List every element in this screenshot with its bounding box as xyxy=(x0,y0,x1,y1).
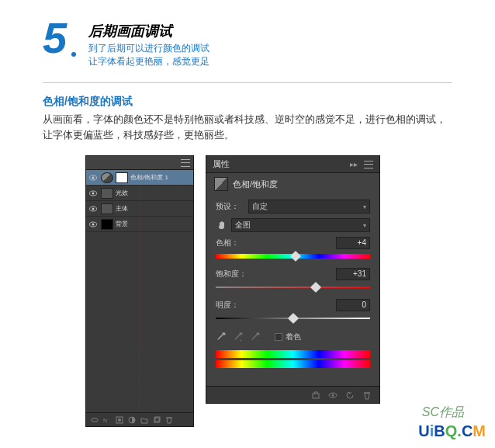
fx-icon[interactable]: fx xyxy=(103,416,111,424)
hue-label: 色相： xyxy=(216,238,239,248)
preset-label: 预设： xyxy=(216,201,248,212)
saturation-slider[interactable] xyxy=(216,283,370,291)
eyedropper-add-icon[interactable]: + xyxy=(233,332,244,342)
saturation-label: 饱和度： xyxy=(216,269,247,280)
svg-text:+: + xyxy=(240,338,243,342)
hue-slider[interactable] xyxy=(216,252,370,260)
layer-row[interactable]: 主体 xyxy=(86,201,193,217)
panel-menu-icon[interactable] xyxy=(181,159,190,167)
layers-panel-footer: fx xyxy=(86,412,193,426)
layer-thumb xyxy=(101,203,113,214)
properties-tab[interactable]: 属性 xyxy=(213,158,230,170)
layer-row[interactable]: 光效 xyxy=(86,186,193,201)
step-subtitle-2: 让字体看起更艳丽，感觉更足 xyxy=(88,55,209,68)
lightness-label: 明度： xyxy=(216,300,239,311)
visibility-eye-icon[interactable] xyxy=(88,188,99,199)
step-number-5: 5 xyxy=(43,16,81,65)
eyedropper-subtract-icon[interactable]: - xyxy=(250,332,261,342)
preset-select[interactable]: 自定 ▾ xyxy=(248,200,370,214)
svg-rect-12 xyxy=(92,418,98,422)
clip-icon[interactable] xyxy=(311,391,320,400)
svg-point-7 xyxy=(92,207,95,210)
adjustment-title: 色相/饱和度 xyxy=(233,179,278,190)
folder-icon[interactable] xyxy=(140,416,148,424)
layer-row[interactable]: 背景 xyxy=(86,217,193,232)
adjustment-icon[interactable] xyxy=(128,416,136,424)
svg-text:5: 5 xyxy=(43,16,68,62)
layer-thumb xyxy=(101,188,113,199)
svg-rect-21 xyxy=(313,394,319,398)
svg-point-5 xyxy=(92,192,95,194)
range-value: 全图 xyxy=(235,220,251,231)
properties-header: 属性 ▸▸ xyxy=(206,156,379,173)
step-title: 后期画面调试 xyxy=(88,22,209,40)
content-body: 从画面看，字体的颜色还不是特别艳丽或者科技感、逆时空的感觉不足，进行色相的调试，… xyxy=(43,112,452,144)
properties-panel: 属性 ▸▸ 色相/饱和度 预设： 自定 ▾ 全图 ▾ xyxy=(206,155,380,404)
spectrum-display xyxy=(216,350,370,368)
layer-label: 光效 xyxy=(116,189,128,197)
trash-icon[interactable] xyxy=(165,416,173,424)
watermark-sc: SC作品 xyxy=(422,405,464,421)
layer-thumb xyxy=(101,219,113,230)
hue-sat-icon xyxy=(214,177,228,191)
layers-panel-header xyxy=(86,156,193,170)
chevron-down-icon: ▾ xyxy=(363,222,366,229)
layers-panel: 色相/饱和度 1光效主体背景 fx xyxy=(85,155,194,427)
hand-tool-icon[interactable] xyxy=(216,219,228,231)
properties-footer xyxy=(206,386,379,403)
link-icon[interactable] xyxy=(91,416,99,424)
mask-icon[interactable] xyxy=(116,416,123,424)
content-title: 色相/饱和度的调试 xyxy=(43,95,452,109)
new-layer-icon[interactable] xyxy=(153,416,161,424)
eye-icon[interactable] xyxy=(328,391,338,400)
layer-row[interactable]: 色相/饱和度 1 xyxy=(86,170,193,186)
adjustment-thumb xyxy=(101,172,113,183)
layer-label: 背景 xyxy=(116,220,128,228)
layer-label: 主体 xyxy=(116,204,128,213)
svg-point-3 xyxy=(92,176,95,179)
panel-menu-icon[interactable] xyxy=(364,161,373,168)
collapse-icon[interactable]: ▸▸ xyxy=(350,160,358,168)
svg-point-1 xyxy=(71,52,76,57)
svg-text:fx: fx xyxy=(103,418,108,423)
chevron-down-icon: ▾ xyxy=(363,203,366,210)
preset-value: 自定 xyxy=(252,201,268,212)
hue-value[interactable]: +4 xyxy=(336,237,370,249)
layer-label: 色相/饱和度 1 xyxy=(130,173,168,182)
lightness-value[interactable]: 0 xyxy=(336,299,370,311)
layer-mask-thumb xyxy=(116,172,128,183)
watermark-uibq: UiBQ.CM xyxy=(418,422,486,440)
range-select[interactable]: 全图 ▾ xyxy=(231,218,370,232)
saturation-value[interactable]: +31 xyxy=(336,268,370,280)
svg-point-23 xyxy=(332,394,334,396)
svg-point-9 xyxy=(92,223,95,225)
visibility-eye-icon[interactable] xyxy=(88,172,99,183)
lightness-slider[interactable] xyxy=(216,314,370,322)
visibility-eye-icon[interactable] xyxy=(88,219,99,230)
colorize-checkbox[interactable] xyxy=(275,333,282,341)
trash-icon[interactable] xyxy=(362,391,372,400)
svg-text:-: - xyxy=(257,338,258,342)
svg-point-15 xyxy=(118,418,121,422)
step-subtitle-1: 到了后期可以进行颜色的调试 xyxy=(88,42,209,55)
colorize-label: 着色 xyxy=(286,332,301,342)
eyedropper-icon[interactable] xyxy=(216,332,227,342)
reset-icon[interactable] xyxy=(345,391,355,400)
visibility-eye-icon[interactable] xyxy=(88,203,99,214)
